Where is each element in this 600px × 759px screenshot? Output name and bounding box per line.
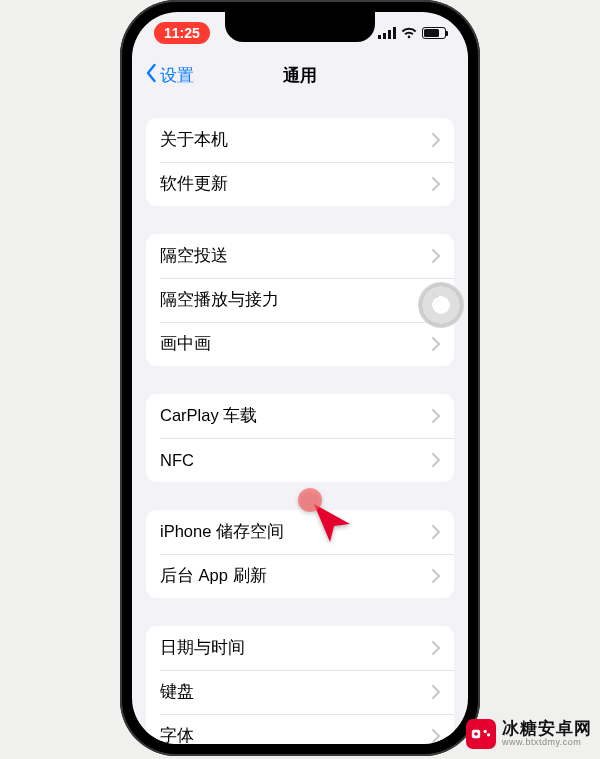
chevron-right-icon (432, 133, 440, 147)
svg-rect-3 (393, 27, 396, 39)
chevron-right-icon (432, 337, 440, 351)
phone-screen: 11:25 设置 通用 关于本机软件更新隔空投送隔空播放与 (132, 12, 468, 744)
settings-row-label: 关于本机 (160, 129, 432, 151)
settings-row-label: 字体 (160, 725, 432, 744)
settings-row-label: NFC (160, 451, 432, 470)
svg-rect-0 (378, 35, 381, 39)
wifi-icon (401, 27, 417, 39)
notch (225, 12, 375, 42)
chevron-right-icon (432, 641, 440, 655)
settings-row[interactable]: 关于本机 (146, 118, 454, 162)
settings-row[interactable]: iPhone 储存空间 (146, 510, 454, 554)
svg-rect-1 (383, 33, 386, 39)
settings-row[interactable]: 日期与时间 (146, 626, 454, 670)
chevron-right-icon (432, 525, 440, 539)
cellular-signal-icon (378, 27, 396, 39)
site-watermark: 冰糖安卓网 www.btxtdmy.com (466, 719, 592, 749)
settings-group: 日期与时间键盘字体语言与地区词典 (146, 626, 454, 744)
chevron-right-icon (432, 409, 440, 423)
settings-group: 隔空投送隔空播放与接力画中画 (146, 234, 454, 366)
settings-row[interactable]: 键盘 (146, 670, 454, 714)
chevron-right-icon (432, 249, 440, 263)
svg-point-7 (487, 733, 490, 736)
settings-row[interactable]: CarPlay 车载 (146, 394, 454, 438)
status-time: 11:25 (154, 22, 210, 44)
phone-frame: 11:25 设置 通用 关于本机软件更新隔空投送隔空播放与 (120, 0, 480, 756)
settings-row-label: 隔空投送 (160, 245, 432, 267)
svg-point-5 (474, 732, 478, 736)
settings-row-label: 软件更新 (160, 173, 432, 195)
settings-row-label: 日期与时间 (160, 637, 432, 659)
chevron-right-icon (432, 729, 440, 743)
settings-row-label: 隔空播放与接力 (160, 289, 432, 311)
svg-point-6 (484, 730, 487, 733)
settings-row-label: 键盘 (160, 681, 432, 703)
settings-row[interactable]: 软件更新 (146, 162, 454, 206)
settings-row[interactable]: 隔空播放与接力 (146, 278, 454, 322)
nav-bar: 设置 通用 (132, 54, 468, 96)
chevron-right-icon (432, 569, 440, 583)
settings-row-label: CarPlay 车载 (160, 405, 432, 427)
settings-row[interactable]: 后台 App 刷新 (146, 554, 454, 598)
chevron-right-icon (432, 177, 440, 191)
settings-group: iPhone 储存空间后台 App 刷新 (146, 510, 454, 598)
watermark-url: www.btxtdmy.com (502, 738, 592, 747)
back-label: 设置 (160, 64, 194, 87)
chevron-right-icon (432, 453, 440, 467)
svg-rect-2 (388, 30, 391, 39)
settings-row-label: 画中画 (160, 333, 432, 355)
chevron-left-icon (144, 63, 158, 88)
assistive-touch-button[interactable] (418, 282, 464, 328)
battery-icon (422, 27, 446, 39)
chevron-right-icon (432, 685, 440, 699)
settings-row[interactable]: 字体 (146, 714, 454, 744)
annotation-pointer (310, 500, 354, 548)
settings-list[interactable]: 关于本机软件更新隔空投送隔空播放与接力画中画CarPlay 车载NFCiPhon… (132, 118, 468, 744)
back-button[interactable]: 设置 (144, 63, 194, 88)
settings-row[interactable]: NFC (146, 438, 454, 482)
settings-row[interactable]: 画中画 (146, 322, 454, 366)
settings-row-label: 后台 App 刷新 (160, 565, 432, 587)
settings-group: CarPlay 车载NFC (146, 394, 454, 482)
settings-group: 关于本机软件更新 (146, 118, 454, 206)
settings-row-label: iPhone 储存空间 (160, 521, 432, 543)
watermark-logo-icon (466, 719, 496, 749)
settings-row[interactable]: 隔空投送 (146, 234, 454, 278)
watermark-title: 冰糖安卓网 (502, 720, 592, 738)
